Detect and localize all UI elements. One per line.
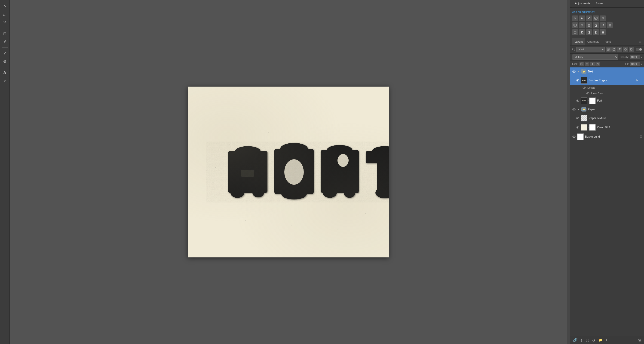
new-group-btn[interactable]: 📁 [597,338,603,343]
link-layers-btn[interactable]: 🔗 [572,337,578,343]
filter-search-icon [572,48,575,51]
text-group-folder-icon: 📁 [581,69,586,74]
channels-tab[interactable]: Channels [585,38,602,45]
background-eye[interactable] [572,135,576,139]
color-fill-item[interactable]: Color Fill 1 [570,123,644,132]
inner-glow-label: Inner Glow [591,92,603,95]
pen-tool-btn[interactable] [1,77,8,85]
type-tool-btn[interactable]: A [1,69,8,76]
new-layer-btn[interactable]: + [604,338,608,343]
blend-mode-select[interactable]: Multiply Normal Screen Overlay Soft Ligh… [572,54,618,60]
svg-point-72 [577,118,578,119]
photo-filter-btn[interactable]: ◪ [593,22,599,28]
clone-tool-btn[interactable] [1,58,8,65]
add-style-btn[interactable]: ƒ [580,338,584,343]
fort-layer-item[interactable]: FORT Fort [570,96,644,105]
effects-label: Effects [587,86,595,89]
crop-tool-btn[interactable]: ⊡ [1,30,8,37]
layers-panel-menu-btn[interactable]: ≡ [638,38,642,45]
effects-eye[interactable] [582,86,586,90]
paper-texture-item[interactable]: Paper Texture [570,114,644,123]
lock-image-pixels-btn[interactable]: ✏ [585,62,590,66]
noise-overlay-group [225,147,389,197]
channel-mixer-btn[interactable]: ↺ [600,22,606,28]
inner-glow-eye[interactable] [586,91,590,95]
fort-ink-edges-fx: fx [636,79,638,82]
levels-btn[interactable] [579,15,585,21]
invert-btn[interactable]: ◫ [572,29,578,35]
lock-position-btn[interactable]: ✛ [590,62,595,66]
opacity-arrow[interactable]: ▾ [641,56,642,58]
vibrance-btn[interactable]: ▽ [600,15,606,21]
opacity-input[interactable] [630,55,640,59]
posterize-btn[interactable]: ◩ [579,29,585,35]
paper-group-eye[interactable] [572,108,576,111]
layers-tab[interactable]: Layers [572,38,585,45]
select-tool-btn[interactable]: ⬚ [1,10,8,17]
paper-texture-eye[interactable] [576,116,580,120]
fort-ink-edges-item[interactable]: FORT Fort Ink Edges fx ⋮ [570,76,644,85]
lock-transparent-btn[interactable] [580,62,584,66]
gradient-map-btn[interactable]: ◧ [593,29,599,35]
hue-sat-btn[interactable] [572,22,578,28]
fort-layer-thumb: FORT [581,97,587,104]
inner-glow-item[interactable]: Inner Glow [570,91,644,96]
filter-icons: T [606,47,634,52]
svg-rect-55 [630,49,632,50]
right-panel: Adjustments Styles Add an adjustment ☀ [570,0,644,344]
color-balance-btn[interactable]: ⚖ [579,22,585,28]
styles-tab[interactable]: Styles [593,0,606,7]
text-group-item[interactable]: ▼ 📁 Text [570,67,644,76]
fill-arrow[interactable]: ▾ [641,63,642,65]
new-fill-adj-btn[interactable]: ◑ [591,338,596,343]
brightness-contrast-btn[interactable]: ☀ [572,15,578,21]
add-mask-btn[interactable]: ⬚ [585,338,590,343]
curves-icon [587,17,591,20]
fort-ink-edges-menu[interactable]: ⋮ [640,79,642,82]
effects-item[interactable]: Effects [570,85,644,91]
exposure-btn[interactable] [593,15,599,21]
curves-btn[interactable] [586,15,592,21]
lock-row: Lock: ✏ ✛ Fill: [570,61,644,67]
adj-icons-row-2: ⚖ ▧ ◪ ↺ ⊟ [572,22,642,28]
text-group-expand[interactable]: ▼ [577,70,580,73]
brush-tool-btn[interactable] [1,49,8,57]
lock-transparent-icon [580,63,583,65]
threshold-btn[interactable]: ◨ [586,29,592,35]
filter-toggle[interactable] [636,48,642,51]
fort-ink-edges-eye[interactable] [576,78,580,82]
fill-input[interactable] [630,62,640,66]
text-group-eye[interactable] [572,70,576,73]
paper-texture-thumb [581,115,587,121]
opacity-control: Opacity: ▾ [620,55,642,59]
canvas-scroll-right[interactable] [567,0,570,344]
fort-layer-eye[interactable] [576,99,580,103]
paths-tab[interactable]: Paths [602,38,613,45]
eyedropper-icon [3,40,6,44]
lock-icon [640,135,642,138]
lock-icons: ✏ ✛ [580,62,600,66]
smart-filter-btn[interactable] [629,47,634,52]
background-layer-item[interactable]: Background [570,132,644,141]
lasso-tool-btn[interactable] [1,18,8,26]
eye-icon-7 [576,117,579,119]
move-tool-btn[interactable]: ↖ [1,2,8,9]
selective-color-btn[interactable]: ◼ [600,29,606,35]
color-fill-eye[interactable] [576,126,580,129]
delete-layer-btn[interactable]: 🗑 [637,338,642,343]
svg-rect-41 [581,18,581,19]
pixel-filter-btn[interactable] [606,47,611,52]
layers-filter-controls: Kind Name Effect Mode Attribute Color Sm… [570,45,644,54]
adjustments-tab[interactable]: Adjustments [572,0,593,7]
shape-filter-btn[interactable] [623,47,628,52]
opacity-label: Opacity: [620,56,629,58]
kind-select[interactable]: Kind Name Effect Mode Attribute Color Sm… [576,47,605,52]
paper-group-expand[interactable]: ▼ [577,108,580,111]
paper-group-item[interactable]: ▼ 📁 Paper [570,105,644,114]
type-filter-btn[interactable]: T [617,47,622,52]
color-lookup-btn[interactable]: ⊟ [607,22,613,28]
eyedropper-tool-btn[interactable] [1,38,8,45]
lock-all-btn[interactable] [596,62,600,66]
adjustment-filter-btn[interactable] [612,47,616,52]
bw-btn[interactable]: ▧ [586,22,592,28]
